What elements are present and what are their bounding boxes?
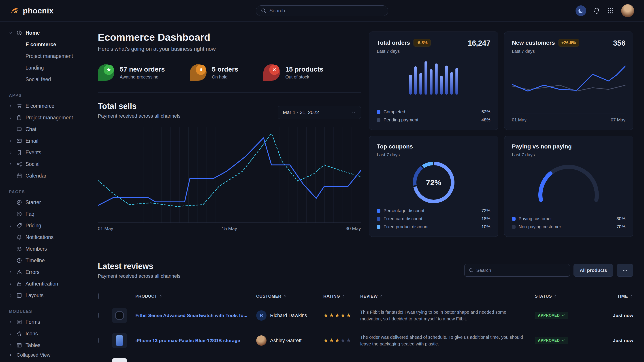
mail-icon xyxy=(16,138,22,144)
stat-caption: On hold xyxy=(212,74,238,80)
stat-out-of-stock: 15 products Out of stock xyxy=(263,64,323,81)
table-row: iPhone 13 pro max-Pacific Blue-128GB sto… xyxy=(98,328,633,353)
avatar: R xyxy=(256,310,266,321)
sidebar-item-faq[interactable]: Faq xyxy=(0,208,85,220)
x-tick: 07 May xyxy=(611,117,626,122)
sidebar-item-project-management-app[interactable]: Project management xyxy=(0,112,85,123)
column-header-rating[interactable]: RATING xyxy=(323,294,360,299)
new-customers-chart xyxy=(512,60,626,107)
row-checkbox[interactable] xyxy=(98,338,99,343)
bell-icon xyxy=(594,7,600,14)
sidebar-item-members[interactable]: Members xyxy=(0,243,85,255)
reviews-table: PRODUCT CUSTOMER RATING REVIEW STATUS xyxy=(98,290,633,362)
caret-right-icon xyxy=(9,344,12,347)
card-period: Last 7 days xyxy=(377,152,490,157)
sidebar-item-calendar[interactable]: Calendar xyxy=(0,170,85,182)
legend-item: Non-paying customer 70% xyxy=(512,224,626,229)
caret-right-icon xyxy=(9,104,12,108)
bookmark-icon xyxy=(16,150,22,155)
star-icon xyxy=(106,67,111,72)
legend-swatch xyxy=(377,118,380,122)
total-sells-chart xyxy=(98,127,361,223)
apps-grid-button[interactable] xyxy=(607,7,614,14)
users-icon xyxy=(16,246,22,252)
legend-swatch xyxy=(512,217,516,221)
dashboard-cards: Total orders -6.8% Last 7 days 16,247 Co… xyxy=(369,31,633,237)
sidebar-item-authentication[interactable]: Authentication xyxy=(0,278,85,290)
product-link[interactable]: iPhone 13 pro max-Pacific Blue-128GB sto… xyxy=(136,338,256,343)
x-tick: 30 May xyxy=(346,226,361,231)
sidebar-item-events[interactable]: Events xyxy=(0,147,85,158)
sidebar-item-tables[interactable]: Tables xyxy=(0,340,85,348)
card-title: New customers xyxy=(512,39,555,46)
all-products-button[interactable]: All products xyxy=(574,264,613,277)
sidebar-item-ecommerce[interactable]: E commerce xyxy=(0,39,85,50)
card-period: Last 7 days xyxy=(512,152,626,157)
sidebar-item-chat[interactable]: Chat xyxy=(0,123,85,135)
total-orders-chart xyxy=(408,57,460,95)
more-options-button[interactable] xyxy=(617,264,633,277)
collapse-icon xyxy=(8,353,13,358)
sidebar-item-starter[interactable]: Starter xyxy=(0,197,85,208)
total-sells-subtitle: Payment received across all channels xyxy=(98,113,180,119)
select-all-checkbox[interactable] xyxy=(98,293,99,299)
sidebar-item-home[interactable]: Home xyxy=(0,27,85,39)
caret-right-icon xyxy=(9,294,12,297)
avatar[interactable] xyxy=(621,4,634,17)
caret-right-icon xyxy=(9,224,12,227)
column-header-review[interactable]: REVIEW xyxy=(360,294,535,299)
theme-toggle-button[interactable] xyxy=(576,5,586,16)
legend-swatch xyxy=(512,225,516,229)
shapes-icon xyxy=(16,331,22,336)
sidebar-item-errors[interactable]: Errors xyxy=(0,266,85,278)
caret-down-icon xyxy=(9,31,12,35)
reviews-title: Latest reviews xyxy=(98,262,180,271)
sidebar-item-pricing[interactable]: Pricing xyxy=(0,220,85,231)
sidebar-item-label: Home xyxy=(26,30,40,36)
total-orders-card: Total orders -6.8% Last 7 days 16,247 Co… xyxy=(369,31,498,130)
sidebar-item-icons[interactable]: Icons xyxy=(0,328,85,340)
sidebar-item-landing[interactable]: Landing xyxy=(0,62,85,73)
sidebar-item-ecommerce-app[interactable]: E commerce xyxy=(0,100,85,112)
bell-icon xyxy=(16,235,22,240)
dashboard-left-column: Ecommerce Dashboard Here's what's going … xyxy=(98,31,361,237)
reviews-search-input[interactable] xyxy=(476,268,566,273)
section-title-pages: PAGES xyxy=(0,190,85,194)
global-search-input[interactable] xyxy=(270,8,383,14)
date-range-select[interactable]: Mar 1 - 31, 2022 xyxy=(278,106,361,119)
chevron-down-icon xyxy=(351,110,356,115)
customer-cell: R Richard Dawkins xyxy=(256,310,323,321)
brand-link[interactable]: phoenix xyxy=(10,6,54,16)
sidebar-item-layouts[interactable]: Layouts xyxy=(0,290,85,301)
sidebar-item-social[interactable]: Social xyxy=(0,158,85,170)
sidebar-item-forms[interactable]: Forms xyxy=(0,316,85,328)
legend-swatch xyxy=(377,225,380,229)
legend-item: Fixed product discount 10% xyxy=(377,224,490,229)
row-checkbox[interactable] xyxy=(98,313,99,318)
x-icon xyxy=(272,67,277,72)
paying-vs-nonpaying-card: Paying vs non paying Last 7 days Paying … xyxy=(504,136,634,237)
legend-swatch xyxy=(377,209,380,213)
notifications-button[interactable] xyxy=(594,7,600,14)
sidebar-item-project-management[interactable]: Project management xyxy=(0,50,85,62)
rating-stars: ★★★★★ xyxy=(323,312,360,319)
sidebar-item-timeline[interactable]: Timeline xyxy=(0,255,85,266)
column-header-time[interactable]: TIME xyxy=(591,294,633,299)
product-link[interactable]: Fitbit Sense Advanced Smartwatch with To… xyxy=(136,313,256,318)
reviews-search xyxy=(464,264,570,277)
sidebar-item-social-feed[interactable]: Social feed xyxy=(0,73,85,85)
caret-right-icon xyxy=(9,139,12,143)
sidebar-item-email[interactable]: Email xyxy=(0,135,85,147)
sidebar-item-notifications[interactable]: Notifications xyxy=(0,231,85,243)
column-header-status[interactable]: STATUS xyxy=(535,294,591,299)
collapse-label: Collapsed View xyxy=(16,352,50,358)
legend-item: Fixed card discount 18% xyxy=(377,216,490,221)
legend-item: Pending payment 48% xyxy=(377,117,490,122)
total-sells-header: Total sells Payment received across all … xyxy=(98,101,361,119)
change-badge: -6.8% xyxy=(414,39,430,46)
collapse-sidebar-button[interactable]: Collapsed View xyxy=(0,348,85,362)
column-header-customer[interactable]: CUSTOMER xyxy=(256,294,323,299)
column-header-product[interactable]: PRODUCT xyxy=(136,294,256,299)
legend: Completed 52% Pending payment 48% xyxy=(377,109,490,122)
pie-chart-icon xyxy=(16,30,22,35)
